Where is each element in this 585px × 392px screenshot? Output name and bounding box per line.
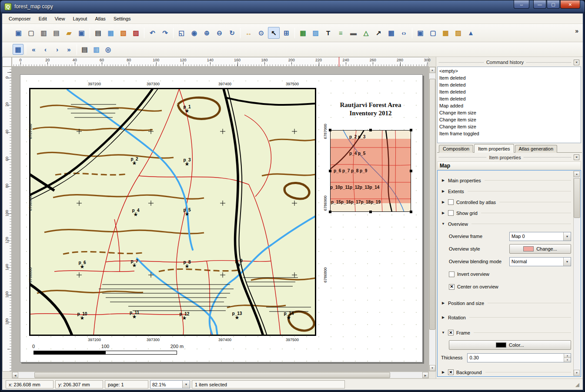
selection-handle[interactable] bbox=[329, 211, 331, 213]
selection-handle[interactable] bbox=[369, 129, 372, 131]
horizontal-ruler[interactable]: 0204060801001201401601802002202402602803… bbox=[12, 57, 429, 67]
window-maximize-button[interactable]: ▢ bbox=[547, 0, 560, 9]
atlas-prev-button[interactable]: ‹ bbox=[40, 44, 51, 55]
section-show-grid[interactable]: ▶ Show grid bbox=[441, 208, 571, 218]
new-composer-button[interactable]: ▢ bbox=[25, 27, 37, 39]
load-template-button[interactable]: ▰ bbox=[63, 27, 75, 39]
add-scalebar-button[interactable]: ▬ bbox=[348, 27, 359, 39]
scroll-down-icon[interactable]: ▼ bbox=[429, 365, 435, 371]
background-checkbox[interactable]: ✕ bbox=[448, 369, 454, 375]
select-move-item-button[interactable]: ↖ bbox=[268, 27, 280, 39]
print-atlas-button[interactable]: ▤ bbox=[79, 44, 90, 55]
raise-items-button[interactable]: ▲ bbox=[465, 27, 477, 39]
window-minimize-button[interactable]: — bbox=[533, 0, 546, 9]
scrollbar-thumb[interactable] bbox=[429, 79, 435, 330]
zoom-in-button[interactable]: ⊕ bbox=[201, 27, 213, 39]
ungroup-items-button[interactable]: ▢ bbox=[427, 27, 439, 39]
menu-composer[interactable]: Composer bbox=[5, 14, 35, 23]
section-background[interactable]: ▶ ✕ Background bbox=[441, 368, 571, 377]
atlas-first-button[interactable]: « bbox=[28, 44, 39, 55]
selection-handle[interactable] bbox=[329, 170, 331, 172]
center-on-overview-checkbox[interactable]: ✕ bbox=[449, 284, 455, 290]
selection-handle[interactable] bbox=[410, 129, 412, 131]
save-project-button[interactable]: ▣ bbox=[13, 27, 24, 39]
section-frame[interactable]: ▼ ✕ Frame bbox=[441, 328, 571, 337]
history-item[interactable]: Change item size bbox=[438, 123, 581, 130]
unlock-items-button[interactable]: ▨ bbox=[452, 27, 464, 39]
add-arrow-button[interactable]: ↗ bbox=[373, 27, 384, 39]
tab-atlas-generation[interactable]: Atlas generation bbox=[515, 145, 558, 153]
print-button[interactable]: ▤ bbox=[92, 27, 104, 39]
menu-settings[interactable]: Settings bbox=[110, 14, 135, 23]
lock-items-button[interactable]: ▩ bbox=[440, 27, 451, 39]
invert-overview-row[interactable]: Invert overview bbox=[449, 269, 571, 279]
add-label-button[interactable]: T bbox=[322, 27, 334, 39]
spin-up-icon[interactable]: ▲ bbox=[564, 354, 571, 358]
menu-layout[interactable]: Layout bbox=[69, 14, 91, 23]
add-map-button[interactable]: ▦ bbox=[297, 27, 309, 39]
zoom-level-select[interactable]: 82.1% ▼ bbox=[150, 380, 190, 389]
vertical-scrollbar[interactable]: ▲ ▼ bbox=[429, 67, 436, 372]
scrollbar-thumb[interactable] bbox=[34, 372, 390, 378]
composer-manager-button[interactable]: ▤ bbox=[50, 27, 62, 39]
add-shape-button[interactable]: △ bbox=[360, 27, 372, 39]
preview-atlas-button[interactable]: ▦ bbox=[13, 44, 23, 55]
window-arrange-button[interactable]: ⇔ bbox=[514, 0, 529, 9]
section-overview[interactable]: ▼ Overview bbox=[441, 219, 571, 228]
controlled-by-atlas-checkbox[interactable] bbox=[448, 199, 454, 205]
menu-edit[interactable]: Edit bbox=[35, 14, 51, 23]
scroll-up-icon[interactable]: ▲ bbox=[574, 171, 580, 177]
zoom-tool-button[interactable]: ⊙ bbox=[255, 27, 267, 39]
map-item[interactable]: 397200397300397400397500 397200397300397… bbox=[29, 88, 316, 336]
history-item[interactable]: Map added bbox=[438, 102, 581, 109]
properties-scrollbar[interactable]: ▲ ▼ bbox=[573, 171, 580, 376]
scroll-left-icon[interactable]: ◀ bbox=[12, 372, 18, 378]
horizontal-scrollbar[interactable]: ◀ ▶ bbox=[12, 372, 429, 379]
zoom-actual-button[interactable]: ◉ bbox=[188, 27, 200, 39]
section-position-and-size[interactable]: ▶ Position and size bbox=[441, 298, 571, 308]
export-svg-button[interactable]: ▧ bbox=[117, 27, 129, 39]
selection-handle[interactable] bbox=[369, 211, 372, 213]
scroll-down-icon[interactable]: ▼ bbox=[574, 370, 580, 376]
add-image-button[interactable]: ▨ bbox=[310, 27, 321, 39]
resize-grip-icon[interactable]: ◢ bbox=[575, 382, 579, 388]
atlas-settings-button[interactable]: ◎ bbox=[103, 44, 114, 55]
export-image-button[interactable]: ▦ bbox=[105, 27, 117, 39]
section-controlled-by-atlas[interactable]: ▶ Controlled by atlas bbox=[441, 198, 571, 207]
overview-style-change-button[interactable]: Change... bbox=[509, 244, 571, 254]
group-items-button[interactable]: ▣ bbox=[415, 27, 426, 39]
menu-atlas[interactable]: Atlas bbox=[91, 14, 109, 23]
refresh-view-button[interactable]: ↻ bbox=[226, 27, 238, 39]
composition-viewport[interactable]: 397200397300397400397500 397200397300397… bbox=[12, 67, 429, 372]
atlas-last-button[interactable]: » bbox=[64, 44, 74, 55]
export-atlas-button[interactable]: ▥ bbox=[91, 44, 102, 55]
menu-view[interactable]: View bbox=[51, 14, 69, 23]
section-rotation[interactable]: ▶ Rotation bbox=[441, 313, 571, 322]
scrollbar-thumb[interactable] bbox=[574, 178, 580, 218]
selection-handle[interactable] bbox=[329, 129, 331, 131]
save-template-button[interactable]: ▣ bbox=[76, 27, 87, 39]
move-content-button[interactable]: ⊞ bbox=[281, 27, 292, 39]
history-item[interactable]: Item deleted bbox=[438, 74, 581, 81]
history-item[interactable]: Change item size bbox=[438, 116, 581, 123]
show-grid-checkbox[interactable] bbox=[448, 210, 454, 216]
history-item[interactable]: Change item size bbox=[438, 109, 581, 116]
tab-composition[interactable]: Composition bbox=[439, 145, 473, 153]
toolbar-overflow-button[interactable]: » bbox=[575, 27, 578, 34]
close-item-properties-button[interactable]: ✕ bbox=[574, 154, 579, 160]
add-table-button[interactable]: ▦ bbox=[385, 27, 397, 39]
add-legend-button[interactable]: ≡ bbox=[335, 27, 347, 39]
frame-color-button[interactable]: Color... bbox=[449, 340, 571, 350]
atlas-next-button[interactable]: › bbox=[52, 44, 63, 55]
scalebar-item[interactable]: 0100200 m bbox=[33, 344, 190, 361]
window-close-button[interactable]: ✕ bbox=[560, 0, 580, 9]
selection-handle[interactable] bbox=[410, 170, 412, 172]
pan-button[interactable]: ↔ bbox=[243, 27, 254, 39]
center-on-overview-row[interactable]: ✕ Center on overview bbox=[449, 282, 571, 291]
tab-item-properties[interactable]: Item properties bbox=[474, 144, 514, 153]
overview-frame-select[interactable]: Map 0 ▼ bbox=[509, 232, 571, 241]
history-item[interactable]: Item deleted bbox=[438, 95, 581, 102]
map-title-item[interactable]: Rautjarvi Forest Area Inventory 2012 bbox=[321, 101, 421, 117]
history-item[interactable]: <empty> bbox=[438, 67, 581, 74]
spin-down-icon[interactable]: ▼ bbox=[564, 358, 571, 362]
